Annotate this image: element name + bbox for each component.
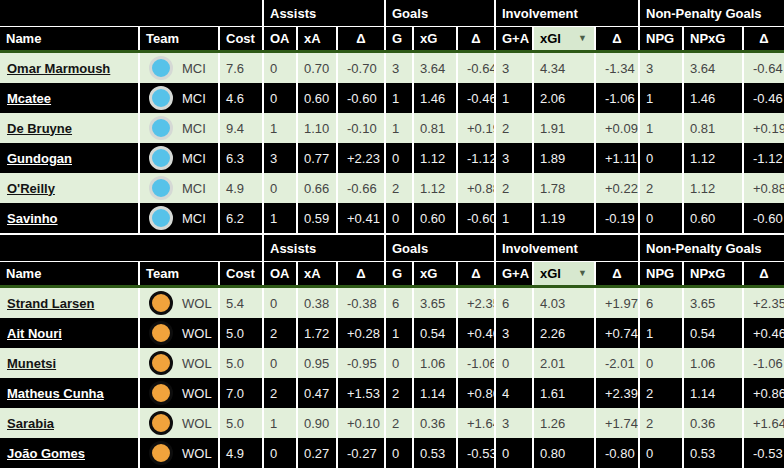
team-code: MCI	[182, 151, 206, 166]
column-header-0: Name	[0, 27, 138, 50]
sort-button-xgi[interactable]: xGI▼	[534, 27, 594, 50]
cost-cell: 6.2	[220, 203, 262, 233]
team-code: WOL	[182, 326, 212, 341]
stat-cell: 1	[640, 113, 682, 143]
stat-cell: +0.88	[458, 173, 494, 203]
player-row: João GomesWOL4.900.27-0.2700.53-0.5300.8…	[0, 438, 784, 468]
player-name-link[interactable]: Mcatee	[0, 83, 138, 113]
column-header-row: NameTeamCostOAxAΔGxGΔG+AxGI▼ΔNPGNPxGΔ	[0, 27, 784, 50]
stat-cell: 1.61	[534, 378, 594, 408]
column-header-7: xG	[414, 262, 456, 285]
column-header-4: xA	[298, 262, 336, 285]
column-header-2: Cost	[220, 27, 262, 50]
stat-cell: 1	[386, 318, 412, 348]
stat-cell: -0.80	[596, 438, 638, 468]
team-cell: MCI	[140, 203, 218, 233]
stat-cell: 2	[264, 378, 296, 408]
team-cell: WOL	[140, 378, 218, 408]
column-header-5: Δ	[338, 27, 384, 50]
column-header-0: Name	[0, 262, 138, 285]
player-name-link[interactable]: João Gomes	[0, 438, 138, 468]
stat-cell: -0.46	[744, 83, 784, 113]
stat-cell: 0	[264, 438, 296, 468]
player-row: SarabiaWOL5.010.90+0.1020.36+1.6431.26+1…	[0, 408, 784, 438]
player-name-link[interactable]: Sarabia	[0, 408, 138, 438]
team-badge-icon	[149, 411, 173, 435]
column-header-label: xG	[420, 31, 437, 46]
stat-cell: -0.10	[338, 113, 384, 143]
player-name-link[interactable]: Munetsi	[0, 348, 138, 378]
team-badge-icon	[149, 441, 173, 465]
team-badge-icon	[149, 381, 173, 405]
column-header-label: xA	[304, 266, 321, 281]
stat-cell: +1.53	[338, 378, 384, 408]
stat-cell: 6	[640, 288, 682, 318]
player-name-link[interactable]: Strand Larsen	[0, 288, 138, 318]
stat-cell: +0.86	[458, 378, 494, 408]
stat-cell: 1.14	[414, 378, 456, 408]
column-header-label: xA	[304, 31, 321, 46]
cost-cell: 6.3	[220, 143, 262, 173]
stat-cell: +0.19	[744, 113, 784, 143]
team-code: MCI	[182, 61, 206, 76]
stat-cell: -0.27	[338, 438, 384, 468]
column-header-label: Team	[146, 31, 179, 46]
stat-cell: +0.46	[744, 318, 784, 348]
team-code: MCI	[182, 91, 206, 106]
stat-cell: 3.64	[414, 53, 456, 83]
stat-cell: 1.14	[684, 378, 742, 408]
stat-cell: 0.54	[684, 318, 742, 348]
stat-cell: +1.11	[596, 143, 638, 173]
stat-cell: -2.01	[596, 348, 638, 378]
player-name-link[interactable]: Omar Marmoush	[0, 53, 138, 83]
stat-cell: -0.19	[596, 203, 638, 233]
player-name-link[interactable]: Ait Nouri	[0, 318, 138, 348]
player-row: De BruyneMCI9.411.10-0.1010.81+0.1921.91…	[0, 113, 784, 143]
stat-cell: 0.66	[298, 173, 336, 203]
column-header-label: xGI	[540, 266, 561, 281]
team-cell: MCI	[140, 53, 218, 83]
stat-cell: 0.59	[298, 203, 336, 233]
team-cell: MCI	[140, 113, 218, 143]
column-header-label: OA	[270, 266, 290, 281]
column-header-label: Δ	[471, 31, 480, 46]
column-header-label: G+A	[502, 31, 529, 46]
player-name-link[interactable]: Gundogan	[0, 143, 138, 173]
sort-dropdown-icon[interactable]: ▼	[578, 269, 587, 278]
corner-spacer	[0, 235, 262, 261]
stat-cell: 1.89	[534, 143, 594, 173]
column-header-label: NPG	[646, 266, 674, 281]
column-header-14: Δ	[744, 27, 784, 50]
stat-cell: 0.60	[414, 203, 456, 233]
sort-button-xgi[interactable]: xGI▼	[534, 262, 594, 285]
stat-cell: +1.97	[596, 288, 638, 318]
stat-cell: 2	[386, 378, 412, 408]
stat-cell: 0.70	[298, 53, 336, 83]
team-code: WOL	[182, 296, 212, 311]
cost-cell: 4.9	[220, 438, 262, 468]
player-name-link[interactable]: De Bruyne	[0, 113, 138, 143]
team-code: WOL	[182, 356, 212, 371]
stat-cell: +2.35	[458, 288, 494, 318]
column-header-12: NPG	[640, 262, 682, 285]
player-name-link[interactable]: Matheus Cunha	[0, 378, 138, 408]
column-header-8: Δ	[458, 262, 494, 285]
stat-cell: +0.41	[338, 203, 384, 233]
player-name-link[interactable]: O'Reilly	[0, 173, 138, 203]
player-name-link[interactable]: Savinho	[0, 203, 138, 233]
sort-dropdown-icon[interactable]: ▼	[578, 34, 587, 43]
stat-cell: +2.23	[338, 143, 384, 173]
stat-cell: 0	[386, 203, 412, 233]
stat-cell: 0.77	[298, 143, 336, 173]
stat-cell: 1	[264, 203, 296, 233]
player-row: Matheus CunhaWOL7.020.47+1.5321.14+0.864…	[0, 378, 784, 408]
cost-cell: 5.4	[220, 288, 262, 318]
stat-cell: 0	[386, 143, 412, 173]
stat-cell: 6	[386, 288, 412, 318]
column-header-label: Δ	[759, 31, 768, 46]
stat-cell: 0	[496, 438, 532, 468]
team-badge-icon	[149, 206, 173, 230]
table-mci: AssistsGoalsInvolvementNon-Penalty Goals…	[0, 0, 784, 233]
column-header-label: NPxG	[690, 31, 725, 46]
stat-cell: 1	[496, 83, 532, 113]
